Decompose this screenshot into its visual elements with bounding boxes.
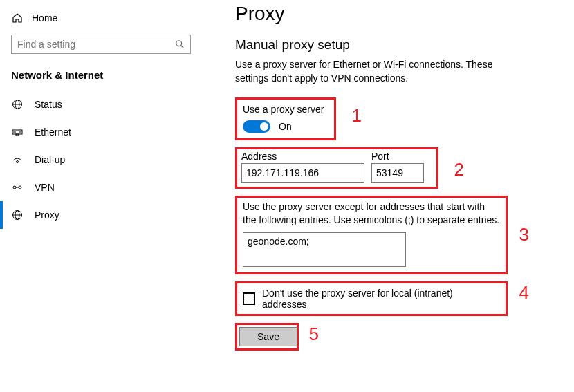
annotation-5: 5: [309, 324, 319, 345]
section-title: Manual proxy setup: [235, 37, 557, 53]
section-desc: Use a proxy server for Ethernet or Wi-Fi…: [235, 58, 526, 85]
svg-point-11: [17, 161, 19, 163]
annotation-box-3: Use the proxy server except for addresse…: [235, 196, 508, 274]
port-label: Port: [371, 151, 424, 162]
home-link[interactable]: Home: [0, 8, 207, 29]
search-icon: [175, 39, 185, 49]
sidebar-item-label: Proxy: [35, 209, 59, 221]
port-input[interactable]: [371, 163, 424, 183]
proxy-toggle-label: Use a proxy server: [243, 104, 328, 115]
address-label: Address: [241, 151, 364, 162]
sidebar-item-label: VPN: [35, 182, 55, 193]
sidebar-item-label: Status: [35, 99, 62, 110]
exceptions-input[interactable]: [243, 232, 406, 267]
sidebar-item-label: Dial-up: [35, 154, 65, 165]
save-button[interactable]: Save: [239, 327, 297, 346]
annotation-box-2: Address Port 2: [235, 147, 438, 189]
search-input[interactable]: [17, 39, 175, 50]
exceptions-label: Use the proxy server except for addresse…: [243, 200, 500, 227]
sidebar: Home Network & Internet Status Ethernet: [0, 0, 207, 392]
sidebar-item-proxy[interactable]: Proxy: [0, 201, 207, 229]
annotation-box-5: Save 5: [235, 323, 299, 351]
svg-point-12: [13, 186, 16, 189]
dialup-icon: [11, 154, 24, 165]
annotation-box-1: Use a proxy server On 1: [235, 97, 336, 140]
annotation-4: 4: [519, 282, 529, 304]
globe-icon: [11, 99, 24, 110]
svg-rect-6: [16, 134, 19, 136]
sidebar-item-vpn[interactable]: VPN: [0, 174, 207, 201]
category-header: Network & Internet: [0, 65, 207, 91]
sidebar-item-ethernet[interactable]: Ethernet: [0, 118, 207, 146]
page-title: Proxy: [235, 3, 557, 25]
sidebar-item-dialup[interactable]: Dial-up: [0, 146, 207, 174]
search-box[interactable]: [11, 35, 191, 54]
vpn-icon: [11, 182, 24, 193]
proxy-toggle[interactable]: [243, 120, 270, 133]
local-checkbox-label: Don't use the proxy server for local (in…: [262, 288, 500, 310]
annotation-3: 3: [519, 224, 529, 245]
home-label: Home: [32, 12, 57, 24]
svg-point-13: [19, 186, 21, 189]
ethernet-icon: [11, 127, 24, 138]
local-checkbox[interactable]: [243, 292, 255, 305]
annotation-box-4: Don't use the proxy server for local (in…: [235, 281, 508, 316]
proxy-toggle-state: On: [279, 121, 292, 132]
svg-line-1: [181, 46, 184, 48]
proxy-icon: [11, 209, 24, 221]
sidebar-item-status[interactable]: Status: [0, 91, 207, 118]
sidebar-item-label: Ethernet: [35, 127, 71, 138]
annotation-1: 1: [352, 105, 362, 127]
address-input[interactable]: [241, 163, 364, 183]
svg-point-0: [176, 41, 182, 46]
annotation-2: 2: [454, 159, 464, 180]
home-icon: [11, 12, 24, 24]
content: Proxy Manual proxy setup Use a proxy ser…: [207, 0, 574, 392]
